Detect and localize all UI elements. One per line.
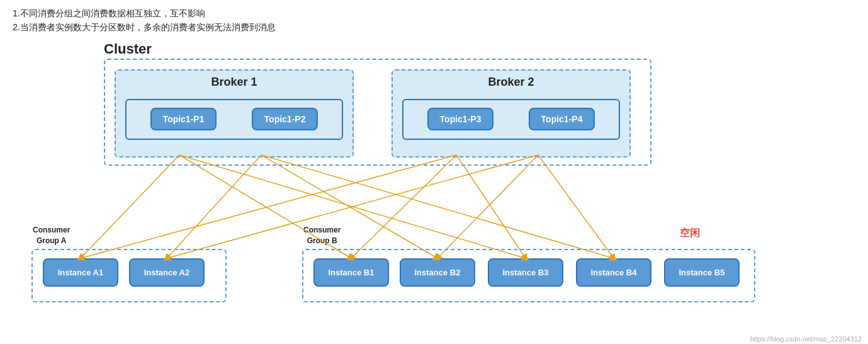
svg-line-8	[456, 155, 526, 258]
instance-a1: Instance A1	[43, 258, 118, 287]
svg-line-2	[179, 155, 526, 258]
svg-line-11	[538, 155, 614, 258]
broker1-topic-container: Topic1-P1 Topic1-P2	[125, 99, 343, 140]
topic1-p4: Topic1-P4	[529, 108, 595, 130]
watermark: https://blog.csdn.net/mac_22204312	[750, 335, 862, 343]
instance-b4: Instance B4	[576, 258, 651, 287]
broker1-box: Broker 1 Topic1-P1 Topic1-P2	[115, 69, 354, 158]
svg-line-10	[437, 155, 538, 258]
instance-a2: Instance A2	[129, 258, 205, 287]
page-container: 1.不同消费分组之间消费数据相互独立，互不影响 2.当消费者实例数大于分区数时，…	[0, 0, 868, 344]
note-line-1: 1.不同消费分组之间消费数据相互独立，互不影响	[13, 6, 855, 20]
instance-b1: Instance B1	[313, 258, 389, 287]
instance-b3: Instance B3	[488, 258, 563, 287]
broker1-label: Broker 1	[211, 76, 257, 89]
broker2-topic-container: Topic1-P3 Topic1-P4	[402, 99, 620, 140]
svg-line-7	[351, 155, 456, 258]
consumer-group-a-label: Consumer Group A	[33, 225, 70, 246]
text-notes: 1.不同消费分组之间消费数据相互独立，互不影响 2.当消费者实例数大于分区数时，…	[13, 6, 855, 35]
svg-line-4	[261, 155, 437, 258]
svg-line-9	[167, 155, 538, 258]
svg-line-0	[81, 155, 179, 258]
note-line-2: 2.当消费者实例数大于分区数时，多余的消费者实例无法消费到消息	[13, 20, 855, 34]
consumer-group-b-label: Consumer Group B	[303, 225, 341, 246]
topic1-p1: Topic1-P1	[150, 108, 217, 130]
svg-line-6	[81, 155, 456, 258]
cluster-label: Cluster	[104, 41, 152, 57]
diagram-area: Cluster Broker 1 Topic1-P1 Topic1-P2 Bro…	[13, 41, 855, 312]
topic1-p2: Topic1-P2	[252, 108, 318, 130]
topic1-p3: Topic1-P3	[427, 108, 494, 130]
idle-label: 空闲	[680, 227, 700, 240]
broker2-box: Broker 2 Topic1-P3 Topic1-P4	[392, 69, 631, 158]
broker2-label: Broker 2	[488, 76, 534, 89]
instance-b5: Instance B5	[664, 258, 740, 287]
instance-b2: Instance B2	[400, 258, 475, 287]
cluster-box: Broker 1 Topic1-P1 Topic1-P2 Broker 2 To…	[104, 59, 651, 166]
svg-line-3	[167, 155, 261, 258]
